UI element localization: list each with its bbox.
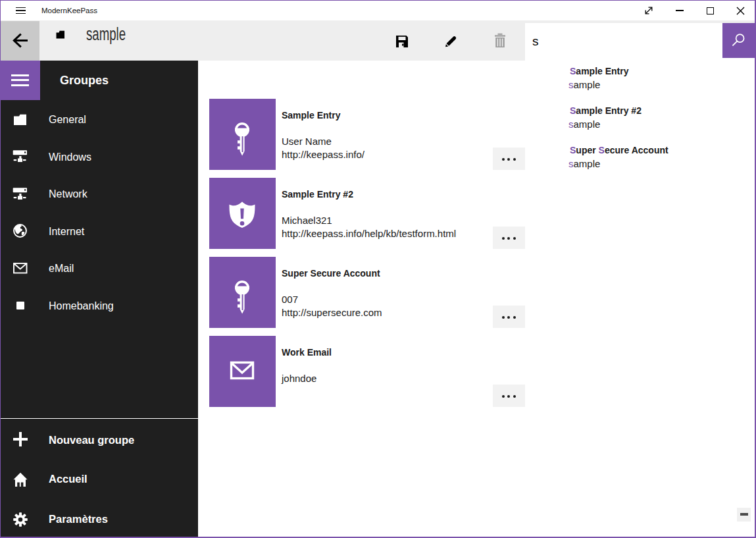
svg-text:sample: sample — [86, 24, 126, 44]
